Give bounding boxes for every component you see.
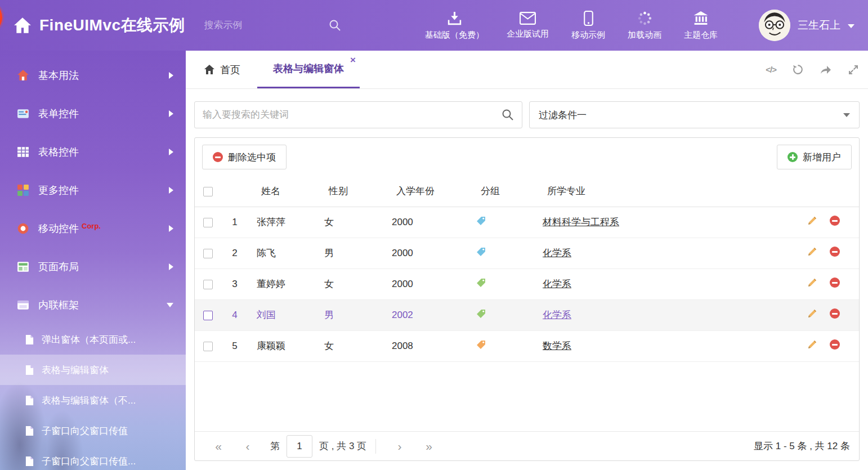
major-link[interactable]: 化学系 [543,248,571,258]
row-checkbox[interactable] [203,342,213,351]
column-index [221,176,249,207]
add-user-button[interactable]: 新增用户 [777,145,852,169]
table-row[interactable]: 5 康颖颖 女 2008 数学系 [195,330,859,361]
fullscreen-icon[interactable] [848,64,859,75]
tab-home[interactable]: 首页 [195,51,249,88]
first-page-button[interactable]: « [204,440,233,453]
table-row[interactable]: 1 张萍萍 女 2000 材料科学与工程系 [195,207,859,238]
row-name: 张萍萍 [249,207,316,238]
sidebar-item-label: 表单控件 [38,107,79,120]
major-link[interactable]: 化学系 [543,279,571,289]
refresh-icon[interactable] [792,64,804,75]
column-name[interactable]: 姓名 [249,176,316,207]
sidebar-subitem-label: 子窗口向父窗口传值... [42,455,136,468]
table-row[interactable]: 2 陈飞 男 2000 化学系 [195,238,859,268]
chevron-right-icon [169,149,173,155]
main-area: 首页 表格与编辑窗体 [186,51,868,470]
delete-icon[interactable] [830,308,840,319]
sidebar-item-page-layout[interactable]: 页面布局 [0,248,186,286]
frame-icon [17,299,29,311]
table-row-selected[interactable]: 4 刘国 男 2002 化学系 [195,299,859,330]
chevron-right-icon [169,263,173,270]
major-link[interactable]: 化学系 [543,310,571,320]
prev-page-button[interactable]: ‹ [233,440,262,453]
next-page-button[interactable]: › [385,440,414,453]
header-search-input[interactable] [204,20,329,31]
sidebar-subitem-grid-edit-window[interactable]: 表格与编辑窗体 [0,355,186,385]
nav-mobile-demo[interactable]: 移动示例 [560,11,616,41]
sidebar-item-label: 基本用法 [38,69,79,82]
delete-selected-button[interactable]: 删除选中项 [202,145,287,169]
nav-basic-edition[interactable]: 基础版（免费） [414,11,495,41]
header-search [204,19,323,32]
last-page-button[interactable]: » [414,440,444,453]
chevron-down-icon [167,303,173,307]
sidebar-subitem-popup-window[interactable]: 弹出窗体（本页面或... [0,324,186,355]
tab-label: 表格与编辑窗体 [273,62,344,75]
row-gender: 女 [316,268,384,299]
blocks-icon [17,184,29,196]
source-code-icon[interactable] [766,65,776,74]
row-checkbox[interactable] [203,249,213,258]
delete-icon[interactable] [830,247,840,257]
edit-icon[interactable] [807,216,817,226]
delete-icon[interactable] [830,339,840,350]
nav-enterprise-trial[interactable]: 企业版试用 [495,12,560,39]
file-icon [25,334,34,345]
top-header: FineUIMvc在线示例 FREE! 基础版（免费） 企业版试用 移动示例 [0,0,868,51]
file-icon [25,395,34,406]
select-all-checkbox[interactable] [203,187,213,196]
nav-label: 企业版试用 [507,29,549,39]
sidebar-item-mobile-controls[interactable]: 移动控件 Corp. [0,209,186,248]
tab-grid-edit-window[interactable]: 表格与编辑窗体 [257,51,360,88]
sidebar-item-grid-controls[interactable]: 表格控件 [0,133,186,171]
row-checkbox[interactable] [203,218,213,227]
filter-dropdown[interactable]: 过滤条件一 [529,101,860,128]
row-gender: 女 [316,330,384,361]
sidebar-item-basic-usage[interactable]: 基本用法 [0,56,186,95]
column-major[interactable]: 所学专业 [535,176,782,207]
row-checkbox[interactable] [203,311,213,320]
keyword-search-input[interactable] [203,109,502,120]
major-link[interactable]: 数学系 [543,341,571,351]
share-icon[interactable] [820,64,832,75]
page-label-suffix: 页 , 共 3 页 [319,440,366,453]
search-icon[interactable] [329,19,341,32]
nav-label: 基础版（免费） [425,30,484,41]
tab-label: 首页 [220,63,240,77]
grid-toolbar: 删除选中项 新增用户 [195,138,859,176]
nav-theme-repo[interactable]: 主题仓库 [673,11,729,41]
edit-icon[interactable] [807,277,817,288]
sidebar-subitem-child-to-parent[interactable]: 子窗口向父窗口传值 [0,415,186,446]
sidebar-item-label: 移动控件 [38,222,79,235]
sidebar-submenu: 弹出窗体（本页面或... 表格与编辑窗体 表格与编辑窗体（不... 子窗口向父窗… [0,324,186,470]
row-checkbox[interactable] [203,280,213,289]
sidebar-subitem-grid-edit-window-2[interactable]: 表格与编辑窗体（不... [0,385,186,415]
edit-icon[interactable] [807,339,817,350]
column-group[interactable]: 分组 [468,176,535,207]
row-name: 刘国 [249,299,316,330]
app-window: FineUIMvc在线示例 FREE! 基础版（免费） 企业版试用 移动示例 [0,0,868,470]
table-row[interactable]: 3 董婷婷 女 2000 化学系 [195,268,859,299]
sidebar-item-form-controls[interactable]: 表单控件 [0,95,186,133]
column-gender[interactable]: 性别 [316,176,384,207]
search-icon[interactable] [502,109,514,121]
page-number-input[interactable] [287,435,312,458]
grid-empty-area [195,362,859,432]
sidebar-subitem-label: 表格与编辑窗体（不... [42,394,136,407]
row-year: 2000 [384,207,468,238]
edit-icon[interactable] [807,247,817,257]
app-home-icon[interactable] [14,17,32,34]
nav-loading-animation[interactable]: 加载动画 [616,11,673,41]
delete-icon[interactable] [830,277,840,288]
sidebar-subitem-child-to-parent-2[interactable]: 子窗口向父窗口传值... [0,446,186,470]
sidebar-item-more-controls[interactable]: 更多控件 [0,171,186,209]
column-year[interactable]: 入学年份 [384,176,468,207]
sidebar-item-iframe[interactable]: 内联框架 [0,286,186,324]
user-menu[interactable]: 三生石上 [759,10,854,41]
delete-icon[interactable] [830,216,840,226]
file-icon [25,426,34,436]
close-icon[interactable] [350,55,356,65]
major-link[interactable]: 材料科学与工程系 [543,217,619,227]
edit-icon[interactable] [807,308,817,319]
